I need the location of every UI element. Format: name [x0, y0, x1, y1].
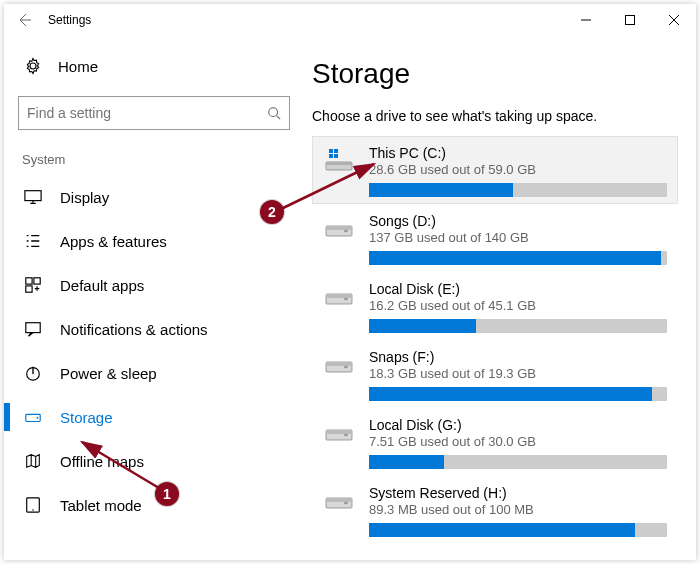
map-icon — [24, 452, 42, 470]
svg-rect-17 — [334, 154, 338, 158]
drive-row[interactable]: This PC (C:)28.6 GB used out of 59.0 GB — [312, 136, 678, 204]
sidebar-item-tablet-mode[interactable]: Tablet mode — [4, 483, 304, 527]
os-drive-icon — [323, 147, 355, 175]
drive-name: This PC (C:) — [369, 145, 667, 161]
home-nav[interactable]: Home — [4, 46, 304, 86]
sidebar-item-power[interactable]: Power & sleep — [4, 351, 304, 395]
svg-rect-25 — [326, 362, 352, 366]
drive-name: System Reserved (H:) — [369, 485, 667, 501]
page-title: Storage — [312, 58, 678, 90]
svg-rect-15 — [334, 149, 338, 153]
svg-rect-0 — [626, 16, 635, 25]
sidebar-item-notifications[interactable]: Notifications & actions — [4, 307, 304, 351]
content-pane: Storage Choose a drive to see what's tak… — [304, 36, 696, 560]
display-icon — [24, 188, 42, 206]
sidebar-item-label: Power & sleep — [60, 365, 157, 382]
sidebar-item-label: Storage — [60, 409, 113, 426]
home-label: Home — [58, 58, 98, 75]
svg-rect-14 — [329, 149, 333, 153]
default-apps-icon — [24, 276, 42, 294]
gear-icon — [24, 57, 42, 75]
search-input[interactable] — [27, 105, 267, 121]
svg-point-20 — [344, 230, 348, 233]
hdd-icon — [323, 215, 355, 243]
drive-list: This PC (C:)28.6 GB used out of 59.0 GBS… — [312, 136, 678, 544]
window-title: Settings — [48, 13, 91, 27]
drive-usage-text: 89.3 MB used out of 100 MB — [369, 502, 667, 517]
minimize-button[interactable] — [564, 4, 608, 36]
sidebar-item-label: Tablet mode — [60, 497, 142, 514]
notifications-icon — [24, 320, 42, 338]
hdd-icon — [323, 419, 355, 447]
svg-rect-5 — [26, 286, 32, 292]
svg-point-1 — [269, 108, 278, 117]
sidebar-item-storage[interactable]: Storage — [4, 395, 304, 439]
drive-name: Local Disk (E:) — [369, 281, 667, 297]
close-button[interactable] — [652, 4, 696, 36]
sidebar-item-label: Default apps — [60, 277, 144, 294]
drive-usage-bar — [369, 523, 667, 537]
sidebar-item-label: Offline maps — [60, 453, 144, 470]
drive-usage-bar — [369, 251, 667, 265]
drive-usage-text: 16.2 GB used out of 45.1 GB — [369, 298, 667, 313]
drive-usage-text: 7.51 GB used out of 30.0 GB — [369, 434, 667, 449]
maximize-button[interactable] — [608, 4, 652, 36]
drive-usage-text: 28.6 GB used out of 59.0 GB — [369, 162, 667, 177]
window-controls — [564, 4, 696, 36]
sidebar-item-label: Apps & features — [60, 233, 167, 250]
svg-rect-28 — [326, 430, 352, 434]
svg-point-26 — [344, 366, 348, 369]
storage-icon — [24, 408, 42, 426]
svg-point-9 — [37, 417, 39, 419]
sidebar-item-offline-maps[interactable]: Offline maps — [4, 439, 304, 483]
list-icon — [24, 232, 42, 250]
drive-row[interactable]: System Reserved (H:)89.3 MB used out of … — [312, 476, 678, 544]
back-button[interactable] — [10, 6, 38, 34]
drive-row[interactable]: Local Disk (G:)7.51 GB used out of 30.0 … — [312, 408, 678, 476]
svg-point-32 — [344, 502, 348, 505]
svg-rect-19 — [326, 226, 352, 230]
search-box[interactable] — [18, 96, 290, 130]
tablet-icon — [24, 496, 42, 514]
drive-usage-text: 137 GB used out of 140 GB — [369, 230, 667, 245]
drive-name: Local Disk (G:) — [369, 417, 667, 433]
drive-usage-bar — [369, 455, 667, 469]
svg-rect-16 — [329, 154, 333, 158]
svg-rect-6 — [26, 323, 40, 333]
sidebar-item-default-apps[interactable]: Default apps — [4, 263, 304, 307]
sidebar-group-label: System — [4, 138, 304, 175]
drive-name: Snaps (F:) — [369, 349, 667, 365]
search-icon — [267, 106, 281, 120]
svg-rect-22 — [326, 294, 352, 298]
drive-usage-text: 18.3 GB used out of 19.3 GB — [369, 366, 667, 381]
power-icon — [24, 364, 42, 382]
sidebar-item-label: Display — [60, 189, 109, 206]
page-subtitle: Choose a drive to see what's taking up s… — [312, 108, 678, 124]
sidebar-item-label: Notifications & actions — [60, 321, 208, 338]
svg-point-29 — [344, 434, 348, 437]
drive-usage-bar — [369, 387, 667, 401]
svg-point-23 — [344, 298, 348, 301]
drive-usage-bar — [369, 319, 667, 333]
svg-rect-2 — [25, 191, 41, 201]
drive-row[interactable]: Local Disk (E:)16.2 GB used out of 45.1 … — [312, 272, 678, 340]
svg-rect-4 — [34, 278, 40, 284]
hdd-icon — [323, 283, 355, 311]
drive-usage-bar — [369, 183, 667, 197]
drive-name: Songs (D:) — [369, 213, 667, 229]
drive-row[interactable]: Snaps (F:)18.3 GB used out of 19.3 GB — [312, 340, 678, 408]
hdd-icon — [323, 487, 355, 515]
drive-row[interactable]: Songs (D:)137 GB used out of 140 GB — [312, 204, 678, 272]
sidebar: Home System Display Apps & features Defa… — [4, 36, 304, 560]
titlebar: Settings — [4, 4, 696, 36]
svg-rect-13 — [326, 162, 352, 165]
svg-rect-3 — [26, 278, 32, 284]
svg-point-11 — [32, 509, 33, 510]
sidebar-item-apps[interactable]: Apps & features — [4, 219, 304, 263]
svg-rect-31 — [326, 498, 352, 502]
sidebar-item-display[interactable]: Display — [4, 175, 304, 219]
hdd-icon — [323, 351, 355, 379]
